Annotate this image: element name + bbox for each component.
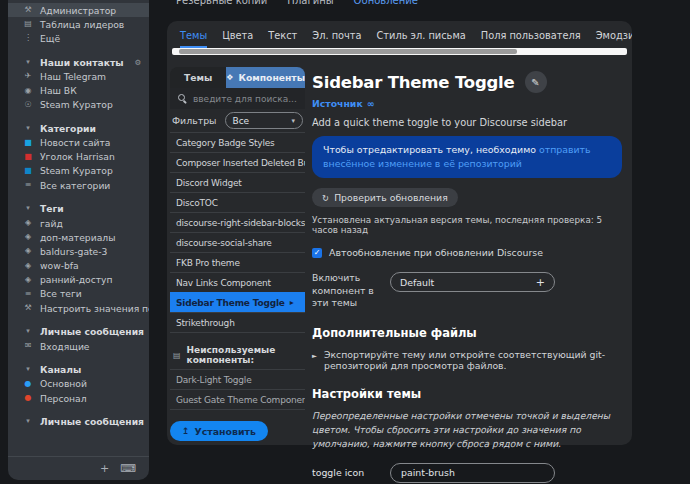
component-list-item[interactable]: Sidebar Theme Toggle ▸ — [170, 292, 305, 312]
sidebar-item[interactable]: ⋮ Ещё — [8, 31, 149, 45]
link-icon: ∞ — [367, 98, 375, 109]
filter-dropdown[interactable]: Все ▾ — [225, 112, 304, 129]
keyboard-shortcuts-icon[interactable]: ⌨ — [120, 463, 136, 474]
sidebar-item[interactable]: ▾ Личные сообщения — [8, 325, 149, 339]
component-list-item[interactable]: Composer Inserted Deleted Button — [170, 152, 305, 172]
include-themes-label: Включить компонент в эти темы — [312, 272, 382, 310]
setting-label: toggle icon — [312, 467, 382, 478]
component-list-item[interactable]: FKB Pro theme — [170, 252, 305, 272]
wrench-icon: ⚒ — [23, 6, 33, 14]
component-list-item[interactable]: Discord Widget — [170, 172, 305, 192]
component-list-item[interactable]: Dark-Light Toggle — [170, 369, 305, 389]
search-input[interactable] — [193, 94, 313, 104]
sidebar-item-label: Наши контакты — [40, 57, 124, 68]
sidebar-item[interactable]: ≡ Все теги — [8, 287, 149, 301]
sidebar-item[interactable]: ◈ wow-bfa — [8, 259, 149, 273]
gear-icon[interactable]: ⚙ — [135, 58, 142, 67]
component-list: Category Badge Styles Composer Inserted … — [170, 132, 305, 333]
sidebar-item[interactable]: ● Персонал — [8, 391, 149, 405]
component-list-item[interactable]: discourse-right-sidebar-blocks — [170, 212, 305, 232]
customize-tab[interactable]: Текст — [268, 30, 297, 48]
extra-files-toggle[interactable]: ► Экспортируйте тему или откройте соотве… — [312, 349, 622, 371]
sidebar-item[interactable]: ■ Уголок Harrisan — [8, 150, 149, 164]
sidebar-item[interactable]: ◈ гайд — [8, 216, 149, 230]
chevron-down-icon: ▾ — [23, 205, 33, 212]
sidebar-item[interactable]: ▾ Категории — [8, 121, 149, 135]
auto-update-checkbox[interactable]: ✓ — [312, 248, 322, 258]
sidebar-item-label: Наш Telegram — [40, 71, 106, 82]
sidebar-item[interactable]: ✈ Наш Telegram — [8, 69, 149, 83]
sidebar-item[interactable]: ▾ Теги — [8, 202, 149, 216]
sidebar-item[interactable]: ■ Steam Куратор — [8, 164, 149, 178]
sidebar-item[interactable]: ◈ ранний-доступ — [8, 273, 149, 287]
sidebar-item[interactable]: ▤ Таблица лидеров — [8, 17, 149, 31]
page-title: Sidebar Theme Toggle — [312, 73, 515, 92]
admin-nav-link[interactable]: Обновление — [354, 0, 418, 6]
check-updates-button[interactable]: ↻ Проверить обновления — [312, 188, 458, 207]
customize-tab[interactable]: Стиль эл. письма — [377, 30, 466, 48]
toggle-icon-input[interactable] — [390, 463, 555, 483]
admin-nav-link[interactable]: Плагины — [287, 0, 333, 6]
sidebar-item[interactable]: ▾ Наши контакты ⚙ — [8, 55, 149, 69]
tag-icon: ◈ — [23, 247, 33, 255]
sidebar-item[interactable]: ◉ Наш ВК — [8, 83, 149, 97]
sidebar-item-label: Новости сайта — [40, 137, 111, 148]
caret-right-icon: ► — [312, 352, 317, 360]
caret-icon: ▸ — [290, 298, 294, 307]
customize-tab[interactable]: Эмодзи — [596, 30, 632, 48]
components-column: Темы ❖ Компоненты Фильтры Все ▾ Category… — [170, 67, 305, 441]
tab-components[interactable]: ❖ Компоненты — [226, 67, 305, 88]
sidebar-item-label: baldurs-gate-3 — [40, 246, 107, 257]
search-icon — [178, 94, 187, 103]
component-list-item[interactable]: DiscoTOC — [170, 192, 305, 212]
sidebar-item-label: Настроить значения по умолча… — [40, 303, 149, 314]
component-list-item[interactable]: Nav Links Component — [170, 272, 305, 292]
install-button[interactable]: ↥ Установить — [170, 421, 268, 441]
component-list-item[interactable]: Category Badge Styles — [170, 132, 305, 152]
sidebar-item[interactable]: ● Основной — [8, 377, 149, 391]
source-link[interactable]: Источник ∞ — [312, 98, 622, 109]
customize-tab[interactable]: Темы — [180, 30, 207, 48]
sidebar-item[interactable]: ▾ Личные сообщения — [8, 415, 149, 429]
update-status: Установлена актуальная версия темы, посл… — [312, 215, 622, 235]
horizontal-scrollbar — [172, 48, 627, 55]
sidebar-item-label: Входящие — [40, 341, 90, 352]
sidebar-item[interactable]: ⚒ Настроить значения по умолча… — [8, 301, 149, 315]
edit-title-button[interactable]: ✎ — [525, 71, 547, 93]
add-section-icon[interactable]: + — [100, 463, 109, 474]
sidebar-item[interactable]: ≡ Все категории — [8, 178, 149, 192]
sidebar-item-label: Все теги — [40, 288, 82, 299]
chevron-down-icon: ▾ — [291, 117, 295, 125]
sidebar-item-label: Уголок Harrisan — [40, 151, 115, 162]
chevron-down-icon: ▾ — [23, 59, 33, 66]
unused-component-list: Dark-Light Toggle Guest Gate Theme Compo… — [170, 369, 305, 410]
chart-bar-icon: ▤ — [23, 20, 33, 28]
tab-themes[interactable]: Темы — [170, 67, 226, 88]
component-list-item[interactable]: Strikethrough — [170, 312, 305, 333]
chevron-down-icon: ▾ — [23, 125, 33, 132]
sidebar-item-label: wow-bfa — [40, 260, 79, 271]
customize-tab[interactable]: Цвета — [222, 30, 253, 48]
sidebar-item-label: Все категории — [40, 180, 110, 191]
include-themes-select[interactable]: Default + — [390, 272, 555, 292]
customize-tab[interactable]: Поля пользователя — [481, 30, 581, 48]
list-icon: ≡ — [23, 290, 33, 298]
setting-toggle-icon-row: toggle icon — [312, 463, 622, 483]
sidebar-item[interactable]: ▾ Каналы — [8, 363, 149, 377]
sidebar-item[interactable]: ☉ Steam Куратор — [8, 98, 149, 112]
filters-label: Фильтры — [172, 115, 217, 126]
tag-icon: ◈ — [23, 262, 33, 270]
sidebar-item[interactable]: ✉ Входящие — [8, 339, 149, 353]
sidebar-item[interactable]: ◈ доп-материалы — [8, 230, 149, 244]
customize-tab[interactable]: Эл. почта — [312, 30, 361, 48]
sidebar-item[interactable]: ⚒ Администратор — [8, 3, 149, 17]
grip-icon: ▤ — [173, 351, 181, 360]
sidebar-item[interactable]: ◈ baldurs-gate-3 — [8, 244, 149, 258]
sidebar-item-label: гайд — [40, 218, 63, 229]
sidebar-item[interactable]: ■ Новости сайта — [8, 136, 149, 150]
component-list-item[interactable]: Guest Gate Theme Component — [170, 389, 305, 410]
component-list-item[interactable]: discourse-social-share — [170, 232, 305, 252]
puzzle-icon: ❖ — [226, 73, 233, 82]
scrollbar-thumb[interactable] — [179, 49, 517, 54]
admin-nav-link[interactable]: Резервные копии — [176, 0, 267, 6]
